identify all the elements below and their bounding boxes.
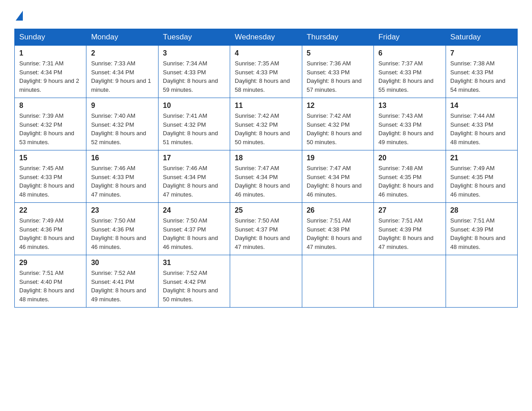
calendar-day-cell: 7 Sunrise: 7:38 AM Sunset: 4:33 PM Dayli…: [446, 46, 517, 98]
day-number: 2: [91, 49, 153, 57]
calendar-week-row: 15 Sunrise: 7:45 AM Sunset: 4:33 PM Dayl…: [15, 150, 518, 203]
day-info: Sunrise: 7:51 AM Sunset: 4:39 PM Dayligh…: [450, 216, 513, 251]
calendar-day-cell: 2 Sunrise: 7:33 AM Sunset: 4:34 PM Dayli…: [86, 46, 158, 98]
day-number: 1: [19, 49, 82, 57]
day-number: 18: [235, 154, 297, 162]
day-number: 3: [163, 49, 225, 57]
calendar-day-cell: 9 Sunrise: 7:40 AM Sunset: 4:32 PM Dayli…: [86, 98, 158, 150]
day-number: 5: [307, 49, 369, 57]
day-number: 11: [235, 102, 297, 110]
calendar-table: SundayMondayTuesdayWednesdayThursdayFrid…: [14, 29, 518, 308]
day-info: Sunrise: 7:33 AM Sunset: 4:34 PM Dayligh…: [91, 59, 153, 94]
calendar-day-cell: 4 Sunrise: 7:35 AM Sunset: 4:33 PM Dayli…: [230, 46, 302, 98]
calendar-day-cell: 8 Sunrise: 7:39 AM Sunset: 4:32 PM Dayli…: [15, 98, 86, 150]
day-info: Sunrise: 7:52 AM Sunset: 4:42 PM Dayligh…: [163, 269, 225, 304]
day-info: Sunrise: 7:52 AM Sunset: 4:41 PM Dayligh…: [91, 269, 153, 304]
calendar-day-cell: 21 Sunrise: 7:49 AM Sunset: 4:35 PM Dayl…: [446, 150, 517, 203]
calendar-day-cell: 1 Sunrise: 7:31 AM Sunset: 4:34 PM Dayli…: [15, 46, 86, 98]
calendar-day-cell: 16 Sunrise: 7:46 AM Sunset: 4:33 PM Dayl…: [86, 150, 158, 203]
calendar-day-cell: 25 Sunrise: 7:50 AM Sunset: 4:37 PM Dayl…: [230, 203, 302, 255]
calendar-day-cell: 28 Sunrise: 7:51 AM Sunset: 4:39 PM Dayl…: [446, 203, 517, 255]
weekday-header-wednesday: Wednesday: [230, 29, 302, 46]
day-number: 16: [91, 154, 153, 162]
calendar-day-cell: 14 Sunrise: 7:44 AM Sunset: 4:33 PM Dayl…: [446, 98, 517, 150]
day-info: Sunrise: 7:42 AM Sunset: 4:32 PM Dayligh…: [307, 111, 369, 146]
day-number: 4: [235, 49, 297, 57]
day-number: 13: [378, 102, 441, 110]
day-number: 21: [450, 154, 513, 162]
day-info: Sunrise: 7:38 AM Sunset: 4:33 PM Dayligh…: [450, 59, 513, 94]
calendar-day-cell: 10 Sunrise: 7:41 AM Sunset: 4:32 PM Dayl…: [158, 98, 230, 150]
day-number: 23: [91, 206, 153, 214]
day-info: Sunrise: 7:51 AM Sunset: 4:39 PM Dayligh…: [378, 216, 441, 251]
day-info: Sunrise: 7:47 AM Sunset: 4:34 PM Dayligh…: [307, 164, 369, 199]
day-info: Sunrise: 7:49 AM Sunset: 4:36 PM Dayligh…: [19, 216, 82, 251]
calendar-body: 1 Sunrise: 7:31 AM Sunset: 4:34 PM Dayli…: [15, 46, 518, 308]
calendar-day-cell: 11 Sunrise: 7:42 AM Sunset: 4:32 PM Dayl…: [230, 98, 302, 150]
calendar-day-cell: 30 Sunrise: 7:52 AM Sunset: 4:41 PM Dayl…: [86, 255, 158, 308]
day-info: Sunrise: 7:51 AM Sunset: 4:38 PM Dayligh…: [307, 216, 369, 251]
weekday-header-saturday: Saturday: [446, 29, 517, 46]
day-number: 9: [91, 102, 153, 110]
day-number: 26: [307, 206, 369, 214]
day-info: Sunrise: 7:40 AM Sunset: 4:32 PM Dayligh…: [91, 111, 153, 146]
calendar-day-cell: [374, 255, 446, 308]
calendar-week-row: 22 Sunrise: 7:49 AM Sunset: 4:36 PM Dayl…: [15, 203, 518, 255]
day-info: Sunrise: 7:34 AM Sunset: 4:33 PM Dayligh…: [163, 59, 225, 94]
weekday-header-monday: Monday: [86, 29, 158, 46]
calendar-day-cell: [446, 255, 517, 308]
day-info: Sunrise: 7:50 AM Sunset: 4:37 PM Dayligh…: [235, 216, 297, 251]
day-number: 19: [307, 154, 369, 162]
day-number: 27: [378, 206, 441, 214]
day-info: Sunrise: 7:42 AM Sunset: 4:32 PM Dayligh…: [235, 111, 297, 146]
day-number: 29: [19, 259, 82, 267]
day-info: Sunrise: 7:37 AM Sunset: 4:33 PM Dayligh…: [378, 59, 441, 94]
logo-triangle-icon: [16, 11, 23, 21]
day-info: Sunrise: 7:45 AM Sunset: 4:33 PM Dayligh…: [19, 164, 82, 199]
calendar-day-cell: 12 Sunrise: 7:42 AM Sunset: 4:32 PM Dayl…: [302, 98, 373, 150]
day-number: 15: [19, 154, 82, 162]
calendar-day-cell: 6 Sunrise: 7:37 AM Sunset: 4:33 PM Dayli…: [374, 46, 446, 98]
day-info: Sunrise: 7:39 AM Sunset: 4:32 PM Dayligh…: [19, 111, 82, 146]
calendar-week-row: 8 Sunrise: 7:39 AM Sunset: 4:32 PM Dayli…: [15, 98, 518, 150]
page-header: [14, 11, 518, 21]
calendar-day-cell: [302, 255, 373, 308]
day-info: Sunrise: 7:36 AM Sunset: 4:33 PM Dayligh…: [307, 59, 369, 94]
day-info: Sunrise: 7:31 AM Sunset: 4:34 PM Dayligh…: [19, 59, 82, 94]
day-number: 31: [163, 259, 225, 267]
calendar-week-row: 29 Sunrise: 7:51 AM Sunset: 4:40 PM Dayl…: [15, 255, 518, 308]
day-number: 22: [19, 206, 82, 214]
day-info: Sunrise: 7:51 AM Sunset: 4:40 PM Dayligh…: [19, 269, 82, 304]
day-number: 7: [450, 49, 513, 57]
calendar-day-cell: 5 Sunrise: 7:36 AM Sunset: 4:33 PM Dayli…: [302, 46, 373, 98]
calendar-day-cell: 22 Sunrise: 7:49 AM Sunset: 4:36 PM Dayl…: [15, 203, 86, 255]
weekday-header-tuesday: Tuesday: [158, 29, 230, 46]
day-info: Sunrise: 7:50 AM Sunset: 4:36 PM Dayligh…: [91, 216, 153, 251]
day-number: 8: [19, 102, 82, 110]
day-number: 20: [378, 154, 441, 162]
day-info: Sunrise: 7:47 AM Sunset: 4:34 PM Dayligh…: [235, 164, 297, 199]
calendar-day-cell: 23 Sunrise: 7:50 AM Sunset: 4:36 PM Dayl…: [86, 203, 158, 255]
calendar-week-row: 1 Sunrise: 7:31 AM Sunset: 4:34 PM Dayli…: [15, 46, 518, 98]
day-info: Sunrise: 7:46 AM Sunset: 4:34 PM Dayligh…: [163, 164, 225, 199]
calendar-day-cell: [230, 255, 302, 308]
day-info: Sunrise: 7:50 AM Sunset: 4:37 PM Dayligh…: [163, 216, 225, 251]
day-info: Sunrise: 7:49 AM Sunset: 4:35 PM Dayligh…: [450, 164, 513, 199]
day-info: Sunrise: 7:43 AM Sunset: 4:33 PM Dayligh…: [378, 111, 441, 146]
day-number: 28: [450, 206, 513, 214]
calendar-day-cell: 18 Sunrise: 7:47 AM Sunset: 4:34 PM Dayl…: [230, 150, 302, 203]
calendar-day-cell: 24 Sunrise: 7:50 AM Sunset: 4:37 PM Dayl…: [158, 203, 230, 255]
weekday-header-row: SundayMondayTuesdayWednesdayThursdayFrid…: [15, 29, 518, 46]
calendar-day-cell: 29 Sunrise: 7:51 AM Sunset: 4:40 PM Dayl…: [15, 255, 86, 308]
day-number: 24: [163, 206, 225, 214]
weekday-header-sunday: Sunday: [15, 29, 86, 46]
calendar-day-cell: 15 Sunrise: 7:45 AM Sunset: 4:33 PM Dayl…: [15, 150, 86, 203]
day-number: 30: [91, 259, 153, 267]
day-info: Sunrise: 7:46 AM Sunset: 4:33 PM Dayligh…: [91, 164, 153, 199]
day-number: 10: [163, 102, 225, 110]
calendar-day-cell: 26 Sunrise: 7:51 AM Sunset: 4:38 PM Dayl…: [302, 203, 373, 255]
day-number: 14: [450, 102, 513, 110]
calendar-day-cell: 17 Sunrise: 7:46 AM Sunset: 4:34 PM Dayl…: [158, 150, 230, 203]
day-number: 12: [307, 102, 369, 110]
calendar-day-cell: 20 Sunrise: 7:48 AM Sunset: 4:35 PM Dayl…: [374, 150, 446, 203]
